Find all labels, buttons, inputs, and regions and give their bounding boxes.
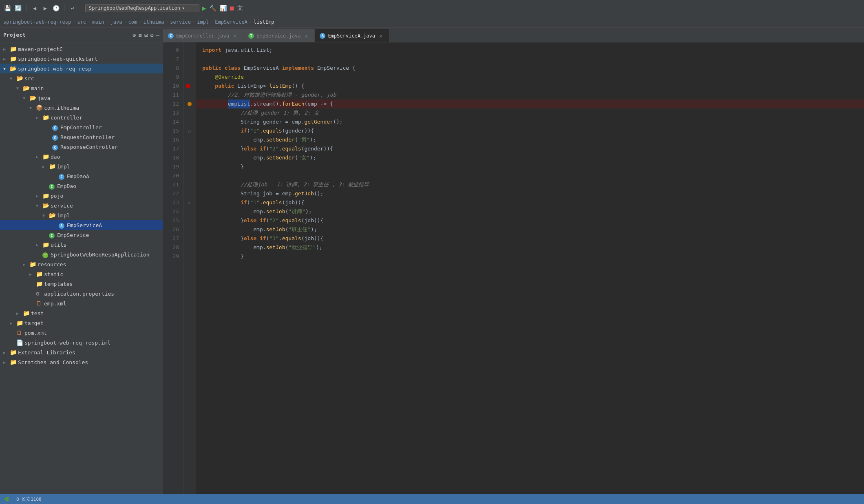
tree-item-quickstart[interactable]: ▶ 📁 springboot-web-quickstart xyxy=(0,54,163,64)
settings-icon[interactable]: ⚙ xyxy=(150,32,153,38)
back-icon[interactable]: ◀ xyxy=(31,4,39,12)
tree-item-emp-controller[interactable]: ▶ C EmpController xyxy=(0,122,163,132)
code-line-16: emp.setGender("男"); xyxy=(196,135,864,144)
run-config[interactable]: SpringbootWebReqRespApplication ▾ xyxy=(85,4,199,12)
folder-icon: 📁 xyxy=(42,114,51,121)
tree-label: test xyxy=(31,310,44,316)
breadcrumb-item-7[interactable]: service xyxy=(170,19,191,25)
gutter-10[interactable]: ! xyxy=(183,82,196,91)
status-text: 🌿 xyxy=(4,497,10,502)
stop-button[interactable]: ■ xyxy=(230,4,234,12)
tab-emp-service-a[interactable]: A EmpServiceA.java ✕ xyxy=(315,29,389,42)
tree-item-emp-dao-a[interactable]: ▶ C EmpDaoA xyxy=(0,171,163,181)
tree-item-dao-impl[interactable]: ▶ 📁 impl xyxy=(0,161,163,171)
breakpoint-12[interactable] xyxy=(188,102,192,106)
tree-item-req-resp[interactable]: ▼ 📂 springboot-web-req-resp xyxy=(0,64,163,73)
tab-emp-controller[interactable]: C EmpController.java ✕ xyxy=(163,29,243,42)
fold-23[interactable]: ▷ xyxy=(188,201,191,205)
tree-label: springboot-web-req-resp xyxy=(18,66,91,72)
breadcrumb-item-9[interactable]: EmpServiceA xyxy=(215,19,247,25)
tree-item-main[interactable]: ▼ 📂 main xyxy=(0,83,163,93)
tree-item-utils[interactable]: ▶ 📁 utils xyxy=(0,240,163,250)
collapse-icon[interactable]: ≡ xyxy=(138,32,141,38)
class-icon: C xyxy=(52,144,60,150)
undo-icon[interactable]: ↩ xyxy=(69,4,77,12)
tree-item-scratches[interactable]: ▶ 📁 Scratches and Consoles xyxy=(0,357,163,367)
tree-item-static[interactable]: ▶ 📁 static xyxy=(0,269,163,279)
tree-item-service-impl[interactable]: ▼ 📂 impl xyxy=(0,210,163,220)
tab-emp-service[interactable]: I EmpService.java ✕ xyxy=(243,29,315,42)
folder-icon: 📂 xyxy=(10,65,18,72)
breadcrumb-item-5[interactable]: com xyxy=(128,19,137,25)
breakpoint-10[interactable] xyxy=(186,84,190,88)
breadcrumb-item-3[interactable]: main xyxy=(92,19,104,25)
folder-icon: 📂 xyxy=(42,202,51,209)
breadcrumb-item-6[interactable]: itheima xyxy=(144,19,164,25)
tree-label: emp.xml xyxy=(44,301,66,307)
line-num-27: 27 xyxy=(163,234,183,243)
tree-item-pojo[interactable]: ▶ 📁 pojo xyxy=(0,191,163,201)
tree-arrow: ▼ xyxy=(36,203,42,208)
tab-close-button[interactable]: ✕ xyxy=(378,33,384,39)
forward-icon[interactable]: ▶ xyxy=(41,4,49,12)
save-icon[interactable]: 💾 xyxy=(3,4,11,12)
breadcrumb-item-4[interactable]: java xyxy=(110,19,122,25)
tree-item-spring-app[interactable]: ▶ 🌱 SpringbootWebReqRespApplication xyxy=(0,250,163,259)
tree-arrow: ▶ xyxy=(29,272,36,276)
tree-item-templates[interactable]: ▶ 📁 templates xyxy=(0,279,163,289)
tab-close-button[interactable]: ✕ xyxy=(232,33,238,39)
tab-close-button[interactable]: ✕ xyxy=(303,33,309,39)
gutter-12[interactable] xyxy=(183,99,196,108)
code-content[interactable]: import java.util.List; public class EmpS… xyxy=(196,42,864,504)
tree-item-pom[interactable]: ▶ 🗒 pom.xml xyxy=(0,328,163,338)
tab-icon: I xyxy=(248,33,254,39)
tree-item-response-controller[interactable]: ▶ C ResponseController xyxy=(0,142,163,152)
tree-label: dao xyxy=(51,154,60,160)
folder-icon: 📁 xyxy=(42,241,51,248)
tree-item-resources[interactable]: ▶ 📁 resources xyxy=(0,259,163,269)
tree-item-java[interactable]: ▼ 📂 java xyxy=(0,93,163,103)
error-flag-10: ! xyxy=(190,84,193,88)
tree-item-maven[interactable]: ▶ 📁 maven-projectC xyxy=(0,44,163,54)
tree-item-controller[interactable]: ▶ 📁 controller xyxy=(0,113,163,122)
history-icon[interactable]: 🕐 xyxy=(52,4,60,12)
line-num-8: 8 xyxy=(163,64,183,73)
tree-item-target[interactable]: ▶ 📁 target xyxy=(0,318,163,328)
breadcrumb-item-1[interactable]: springboot-web-req-resp xyxy=(3,19,71,25)
tree-item-test[interactable]: ▶ 📁 test xyxy=(0,308,163,318)
tree-item-request-controller[interactable]: ▶ C RequestController xyxy=(0,132,163,142)
minimize-icon[interactable]: — xyxy=(156,32,159,38)
fold-15[interactable]: ▷ xyxy=(188,129,191,133)
tree-item-app-props[interactable]: ▶ ⚙ application.properties xyxy=(0,289,163,298)
run-button[interactable]: ▶ xyxy=(202,4,206,12)
tree-item-external-libs[interactable]: ▶ 📁 External Libraries xyxy=(0,347,163,357)
breadcrumb-item-2[interactable]: src xyxy=(77,19,86,25)
tree-item-src[interactable]: ▼ 📂 src xyxy=(0,73,163,83)
gutter-29 xyxy=(183,252,196,261)
code-line-9: @Override xyxy=(196,73,864,82)
breadcrumb-item-8[interactable]: impl xyxy=(197,19,209,25)
gutter: ! ▷ ▷ xyxy=(183,42,196,504)
tree-item-com-itheima[interactable]: ▼ 📦 com.itheima xyxy=(0,103,163,113)
tree-item-emp-service[interactable]: ▶ I EmpService xyxy=(0,230,163,240)
tree-item-dao[interactable]: ▶ 📁 dao xyxy=(0,152,163,161)
locate-icon[interactable]: ⊕ xyxy=(133,32,136,38)
tree-item-emp-xml[interactable]: ▶ 🗒 emp.xml xyxy=(0,298,163,308)
tree-item-service[interactable]: ▼ 📂 service xyxy=(0,201,163,210)
tree-item-iml[interactable]: ▶ 📄 springboot-web-req-resp.iml xyxy=(0,338,163,347)
sync-icon[interactable]: 🔄 xyxy=(14,4,22,12)
expand-all-icon[interactable]: ⊞ xyxy=(144,32,148,38)
translate-icon[interactable]: 文 xyxy=(236,4,244,12)
tree-label: Scratches and Consoles xyxy=(18,359,88,365)
tree-arrow: ▶ xyxy=(3,57,10,61)
tree-label: controller xyxy=(51,115,82,121)
class-icon: A xyxy=(59,222,67,229)
build-icon[interactable]: 🔨 xyxy=(209,4,217,12)
tree-item-emp-service-a[interactable]: ▶ A EmpServiceA xyxy=(0,220,163,230)
line-numbers: 6 7 8 9 10 11 12 13 14 15 16 17 18 19 20… xyxy=(163,42,183,504)
gutter-16 xyxy=(183,135,196,144)
code-line-15: if("1".equals(gender)){ xyxy=(196,126,864,135)
gutter-22 xyxy=(183,189,196,198)
coverage-icon[interactable]: 📊 xyxy=(219,4,228,12)
tree-item-emp-dao[interactable]: ▶ I EmpDao xyxy=(0,181,163,191)
